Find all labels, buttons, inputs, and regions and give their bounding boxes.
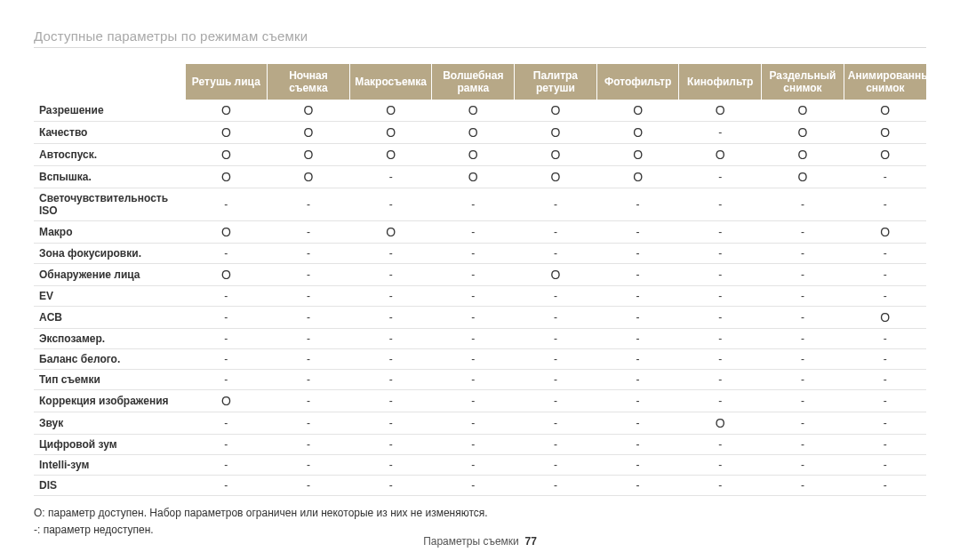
mark-unavailable: - — [554, 479, 557, 492]
table-cell: - — [762, 476, 844, 496]
mark-available: O — [468, 170, 478, 184]
table-cell: - — [185, 476, 268, 496]
row-label: Баланс белого. — [34, 349, 185, 370]
table-cell: - — [679, 166, 762, 188]
mark-available: O — [716, 103, 725, 117]
mark-unavailable: - — [471, 395, 475, 407]
mark-unavailable: - — [801, 247, 804, 260]
mark-unavailable: - — [224, 438, 228, 451]
mark-unavailable: - — [554, 332, 557, 345]
table-cell: - — [844, 370, 926, 390]
mark-unavailable: - — [307, 226, 310, 238]
mark-unavailable: - — [554, 198, 557, 211]
divider — [34, 47, 926, 48]
mark-unavailable: - — [636, 479, 640, 492]
table-cell: - — [349, 329, 432, 349]
mark-unavailable: - — [636, 311, 640, 324]
mark-available: O — [221, 394, 231, 408]
footer-page-number: 77 — [525, 535, 537, 548]
table-cell: - — [762, 455, 844, 476]
table-row: Звук------O-- — [34, 412, 926, 435]
table-cell: O — [844, 100, 926, 122]
mark-unavailable: - — [389, 353, 393, 365]
mark-unavailable: - — [224, 353, 228, 365]
mark-unavailable: - — [636, 417, 640, 429]
table-cell: - — [844, 390, 926, 412]
table-row: Светочувствительность ISO--------- — [34, 188, 926, 221]
mark-unavailable: - — [801, 353, 804, 365]
table-cell: - — [679, 455, 762, 476]
table-cell: O — [432, 100, 515, 122]
table-cell: O — [515, 144, 597, 166]
table-cell: - — [596, 349, 679, 370]
mark-unavailable: - — [884, 268, 887, 281]
table-cell: - — [268, 370, 350, 390]
mark-unavailable: - — [307, 353, 310, 365]
mark-unavailable: - — [389, 268, 393, 281]
table-cell: - — [432, 307, 515, 329]
table-cell: - — [762, 412, 844, 435]
table-cell: - — [349, 286, 432, 307]
table-cell: - — [762, 264, 844, 286]
mark-available: O — [633, 103, 643, 117]
mark-available: O — [797, 125, 807, 140]
mark-unavailable: - — [307, 268, 310, 281]
table-cell: O — [844, 122, 926, 144]
table-cell: O — [185, 264, 268, 286]
table-cell: - — [268, 264, 350, 286]
mark-unavailable: - — [554, 395, 557, 407]
table-cell: - — [679, 221, 762, 244]
mark-unavailable: - — [224, 311, 228, 324]
table-cell: O — [432, 144, 515, 166]
mark-unavailable: - — [801, 332, 804, 345]
table-cell: - — [268, 307, 350, 329]
mark-unavailable: - — [471, 479, 475, 492]
table-cell: - — [596, 435, 679, 455]
table-cell: - — [515, 390, 597, 412]
mark-unavailable: - — [718, 459, 722, 471]
row-label: Коррекция изображения — [34, 390, 185, 412]
mark-available: O — [797, 170, 807, 184]
mark-available: O — [880, 148, 890, 162]
mark-available: O — [551, 148, 561, 162]
table-cell: - — [349, 166, 432, 188]
table-cell: - — [596, 455, 679, 476]
table-cell: - — [185, 244, 268, 264]
table-cell: - — [596, 244, 679, 264]
table-cell: - — [844, 329, 926, 349]
table-row: КачествоOOOOOO-OO — [34, 122, 926, 144]
table-cell: O — [268, 144, 350, 166]
table-cell: - — [596, 370, 679, 390]
table-cell: O — [596, 144, 679, 166]
table-cell: O — [679, 100, 762, 122]
table-column-header: Раздельныйснимок — [762, 64, 844, 100]
table-cell: - — [185, 435, 268, 455]
table-row: МакроO-O-----O — [34, 221, 926, 244]
mark-unavailable: - — [801, 290, 804, 302]
row-label: Экспозамер. — [34, 329, 185, 349]
table-cell: - — [679, 188, 762, 221]
mark-available: O — [797, 148, 807, 162]
mark-unavailable: - — [471, 226, 475, 238]
table-cell: - — [185, 286, 268, 307]
mark-available: O — [551, 125, 561, 140]
mark-unavailable: - — [718, 226, 722, 238]
mark-unavailable: - — [389, 171, 393, 183]
mark-available: O — [551, 268, 561, 282]
table-cell: - — [432, 435, 515, 455]
table-cell: - — [515, 307, 597, 329]
row-label: Качество — [34, 122, 185, 144]
mark-unavailable: - — [389, 311, 393, 324]
footnote-line-1: O: параметр доступен. Набор параметров о… — [34, 505, 926, 522]
mark-unavailable: - — [307, 290, 310, 302]
table-cell: - — [762, 286, 844, 307]
table-cell: - — [268, 188, 350, 221]
table-cell: - — [679, 329, 762, 349]
mark-unavailable: - — [389, 417, 393, 429]
table-row: Тип съемки--------- — [34, 370, 926, 390]
table-cell: O — [596, 122, 679, 144]
mark-unavailable: - — [718, 373, 722, 386]
row-label: Intelli-зум — [34, 455, 185, 476]
row-label: Вспышка. — [34, 166, 185, 188]
table-cell: - — [515, 455, 597, 476]
